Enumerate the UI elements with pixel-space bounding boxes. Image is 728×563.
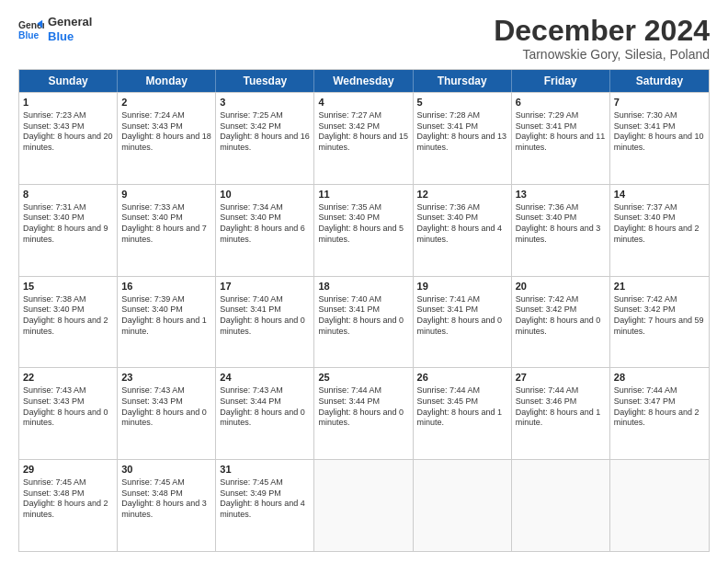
- day-num: 4: [318, 96, 408, 109]
- cell-13: 13 Sunrise: 7:36 AMSunset: 3:40 PMDaylig…: [512, 185, 610, 276]
- cell-28: 28 Sunrise: 7:44 AMSunset: 3:47 PMDaylig…: [610, 368, 709, 459]
- day-num: 9: [121, 188, 211, 201]
- calendar-subtitle: Tarnowskie Gory, Silesia, Poland: [494, 47, 710, 62]
- cell-content: Sunrise: 7:45 AMSunset: 3:48 PMDaylight:…: [23, 477, 113, 521]
- cell-14: 14 Sunrise: 7:37 AMSunset: 3:40 PMDaylig…: [610, 185, 709, 276]
- calendar: Sunday Monday Tuesday Wednesday Thursday…: [18, 69, 710, 552]
- header-tuesday: Tuesday: [216, 70, 314, 92]
- logo-general: General: [48, 15, 92, 29]
- day-num: 13: [516, 188, 606, 201]
- logo-blue: Blue: [48, 29, 92, 44]
- cell-30: 30 Sunrise: 7:45 AMSunset: 3:48 PMDaylig…: [118, 460, 216, 551]
- cell-empty-2: [414, 460, 512, 551]
- cell-12: 12 Sunrise: 7:36 AMSunset: 3:40 PMDaylig…: [414, 185, 512, 276]
- cell-content: Sunrise: 7:34 AMSunset: 3:40 PMDaylight:…: [220, 202, 310, 246]
- header-sunday: Sunday: [19, 70, 118, 92]
- cal-row-3: 15 Sunrise: 7:38 AMSunset: 3:40 PMDaylig…: [19, 276, 709, 368]
- cell-content: Sunrise: 7:23 AMSunset: 3:43 PMDaylight:…: [23, 110, 113, 154]
- cell-content: Sunrise: 7:43 AMSunset: 3:44 PMDaylight:…: [220, 385, 310, 429]
- cell-content: Sunrise: 7:29 AMSunset: 3:41 PMDaylight:…: [516, 110, 606, 154]
- day-num: 28: [614, 371, 705, 385]
- cell-17: 17 Sunrise: 7:40 AMSunset: 3:41 PMDaylig…: [216, 277, 314, 368]
- header-friday: Friday: [512, 70, 610, 92]
- day-num: 5: [417, 96, 507, 109]
- day-num: 26: [417, 371, 507, 385]
- day-num: 12: [417, 188, 507, 201]
- cell-content: Sunrise: 7:45 AMSunset: 3:48 PMDaylight:…: [121, 477, 211, 521]
- cell-empty-3: [512, 460, 610, 551]
- cell-empty-1: [314, 460, 413, 551]
- day-num: 16: [121, 280, 211, 293]
- header-thursday: Thursday: [414, 70, 512, 92]
- calendar-title: December 2024: [494, 15, 710, 47]
- cell-31: 31 Sunrise: 7:45 AMSunset: 3:49 PMDaylig…: [216, 460, 314, 551]
- day-num: 2: [121, 96, 211, 109]
- cell-content: Sunrise: 7:24 AMSunset: 3:43 PMDaylight:…: [121, 110, 211, 154]
- day-num: 11: [318, 188, 408, 201]
- header: General Blue General Blue December 2024 …: [18, 15, 710, 62]
- cell-content: Sunrise: 7:36 AMSunset: 3:40 PMDaylight:…: [417, 202, 507, 246]
- cell-content: Sunrise: 7:38 AMSunset: 3:40 PMDaylight:…: [23, 294, 113, 338]
- cal-row-1: 1 Sunrise: 7:23 AMSunset: 3:43 PMDayligh…: [19, 92, 709, 184]
- cell-content: Sunrise: 7:30 AMSunset: 3:41 PMDaylight:…: [614, 110, 705, 154]
- cell-content: Sunrise: 7:37 AMSunset: 3:40 PMDaylight:…: [614, 202, 705, 246]
- day-num: 19: [417, 280, 507, 293]
- cell-16: 16 Sunrise: 7:39 AMSunset: 3:40 PMDaylig…: [118, 277, 216, 368]
- header-saturday: Saturday: [610, 70, 709, 92]
- day-num: 29: [23, 463, 113, 477]
- cell-content: Sunrise: 7:31 AMSunset: 3:40 PMDaylight:…: [23, 202, 113, 246]
- calendar-body: 1 Sunrise: 7:23 AMSunset: 3:43 PMDayligh…: [19, 92, 709, 551]
- cell-5: 5 Sunrise: 7:28 AMSunset: 3:41 PMDayligh…: [414, 93, 512, 184]
- day-num: 22: [23, 371, 113, 385]
- day-num: 24: [220, 371, 310, 385]
- day-num: 7: [614, 96, 705, 109]
- day-num: 17: [220, 280, 310, 293]
- logo-icon: General Blue: [18, 17, 44, 42]
- cell-4: 4 Sunrise: 7:27 AMSunset: 3:42 PMDayligh…: [314, 93, 413, 184]
- cell-content: Sunrise: 7:33 AMSunset: 3:40 PMDaylight:…: [121, 202, 211, 246]
- cell-content: Sunrise: 7:28 AMSunset: 3:41 PMDaylight:…: [417, 110, 507, 154]
- cell-19: 19 Sunrise: 7:41 AMSunset: 3:41 PMDaylig…: [414, 277, 512, 368]
- day-num: 20: [516, 280, 606, 293]
- day-num: 15: [23, 280, 113, 293]
- cell-25: 25 Sunrise: 7:44 AMSunset: 3:44 PMDaylig…: [314, 368, 413, 459]
- cell-content: Sunrise: 7:36 AMSunset: 3:40 PMDaylight:…: [516, 202, 606, 246]
- cell-23: 23 Sunrise: 7:43 AMSunset: 3:43 PMDaylig…: [118, 368, 216, 459]
- cell-content: Sunrise: 7:44 AMSunset: 3:46 PMDaylight:…: [516, 385, 606, 429]
- cal-row-2: 8 Sunrise: 7:31 AMSunset: 3:40 PMDayligh…: [19, 184, 709, 276]
- cell-content: Sunrise: 7:44 AMSunset: 3:44 PMDaylight:…: [318, 385, 408, 429]
- cell-22: 22 Sunrise: 7:43 AMSunset: 3:43 PMDaylig…: [19, 368, 118, 459]
- day-num: 27: [516, 371, 606, 385]
- cell-8: 8 Sunrise: 7:31 AMSunset: 3:40 PMDayligh…: [19, 185, 118, 276]
- cell-21: 21 Sunrise: 7:42 AMSunset: 3:42 PMDaylig…: [610, 277, 709, 368]
- day-num: 21: [614, 280, 705, 293]
- cell-10: 10 Sunrise: 7:34 AMSunset: 3:40 PMDaylig…: [216, 185, 314, 276]
- cell-24: 24 Sunrise: 7:43 AMSunset: 3:44 PMDaylig…: [216, 368, 314, 459]
- page: General Blue General Blue December 2024 …: [0, 0, 728, 563]
- day-num: 10: [220, 188, 310, 201]
- day-num: 14: [614, 188, 705, 201]
- cell-content: Sunrise: 7:40 AMSunset: 3:41 PMDaylight:…: [318, 294, 408, 338]
- cell-content: Sunrise: 7:35 AMSunset: 3:40 PMDaylight:…: [318, 202, 408, 246]
- cal-row-4: 22 Sunrise: 7:43 AMSunset: 3:43 PMDaylig…: [19, 367, 709, 459]
- svg-text:Blue: Blue: [18, 30, 40, 40]
- day-num: 6: [516, 96, 606, 109]
- day-num: 31: [220, 463, 310, 477]
- cell-content: Sunrise: 7:43 AMSunset: 3:43 PMDaylight:…: [23, 385, 113, 429]
- cell-15: 15 Sunrise: 7:38 AMSunset: 3:40 PMDaylig…: [19, 277, 118, 368]
- day-num: 3: [220, 96, 310, 109]
- cell-content: Sunrise: 7:39 AMSunset: 3:40 PMDaylight:…: [121, 294, 211, 338]
- cell-content: Sunrise: 7:41 AMSunset: 3:41 PMDaylight:…: [417, 294, 507, 338]
- day-num: 18: [318, 280, 408, 293]
- cell-26: 26 Sunrise: 7:44 AMSunset: 3:45 PMDaylig…: [414, 368, 512, 459]
- day-num: 8: [23, 188, 113, 201]
- cell-29: 29 Sunrise: 7:45 AMSunset: 3:48 PMDaylig…: [19, 460, 118, 551]
- day-num: 25: [318, 371, 408, 385]
- logo: General Blue General Blue: [18, 15, 92, 43]
- day-num: 30: [121, 463, 211, 477]
- header-wednesday: Wednesday: [314, 70, 413, 92]
- cell-content: Sunrise: 7:44 AMSunset: 3:47 PMDaylight:…: [614, 385, 705, 429]
- cell-content: Sunrise: 7:44 AMSunset: 3:45 PMDaylight:…: [417, 385, 507, 429]
- cell-2: 2 Sunrise: 7:24 AMSunset: 3:43 PMDayligh…: [118, 93, 216, 184]
- cell-content: Sunrise: 7:27 AMSunset: 3:42 PMDaylight:…: [318, 110, 408, 154]
